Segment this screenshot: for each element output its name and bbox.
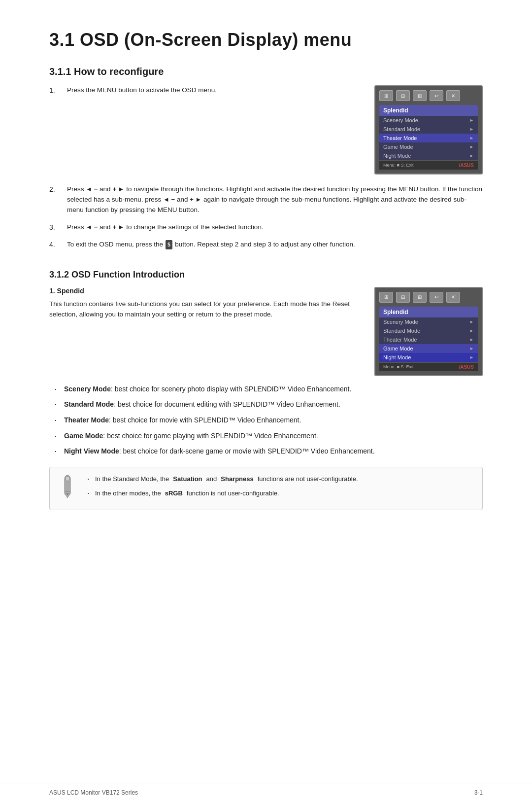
footer-right: 3-1	[474, 789, 483, 796]
step-2-text: Press ◄ − and + ► to navigate through th…	[67, 184, 483, 215]
osd-footer-1: Menu: ■ S: Exit /ASUS	[379, 161, 478, 170]
osd-menu-body-1: Splendid Scenery Mode► Standard Mode► Th…	[379, 105, 478, 160]
osd-icon-2-5: ✕	[446, 292, 460, 303]
section-312-header: 1. Spendid This function contains five s…	[49, 287, 483, 376]
section-311: 3.1.1 How to reconfigure 1. Press the ME…	[49, 66, 483, 252]
osd-item-scenery-2: Scenery Mode►	[379, 317, 478, 326]
note-item-2: In the other modes, the sRGB function is…	[85, 488, 474, 499]
main-title: 3.1 OSD (On-Screen Display) menu	[49, 30, 483, 50]
step-2: 2. Press ◄ − and + ► to navigate through…	[49, 184, 483, 217]
osd-footer-left-1: Menu: ■ S: Exit	[383, 163, 413, 168]
page-footer: ASUS LCD Monitor VB172 Series 3-1	[0, 783, 532, 802]
step-4-text: To exit the OSD menu, press the S button…	[67, 240, 483, 250]
footer-left: ASUS LCD Monitor VB172 Series	[49, 789, 138, 796]
osd-menu-body-2: Splendid Scenery Mode► Standard Mode► Th…	[379, 307, 478, 362]
osd-item-night-2: Night Mode►	[379, 353, 478, 362]
svg-point-0	[66, 476, 69, 481]
sharpness-bold: Sharpness	[221, 474, 253, 485]
mode-bullet-list: Scenery Mode: best choice for scenery ph…	[49, 384, 483, 457]
step-3-text: Press ◄ − and + ► to change the settings…	[67, 222, 483, 233]
osd-icon-2-1: ⊞	[379, 292, 393, 303]
page-container: 3.1 OSD (On-Screen Display) menu 3.1.1 H…	[0, 0, 532, 550]
osd-footer-left-2: Menu: ■ S: Exit	[383, 364, 413, 370]
step-1-num: 1.	[49, 85, 59, 98]
nav-symbol-5: ◄ −	[86, 223, 98, 231]
osd-item-game-1: Game Mode►	[379, 142, 478, 151]
steps-list-234: 2. Press ◄ − and + ► to navigate through…	[49, 184, 483, 252]
section-312-title: 3.1.2 OSD Function Introduction	[49, 270, 483, 280]
bullet-game-text: Game Mode: best choice for game playing …	[64, 431, 318, 442]
osd-menu-header-1: Splendid	[379, 105, 478, 116]
osd-menu-screenshot-2: ⊞ ⊟ ⊞ ↩ ✕ Splendid Scenery Mode► Standar…	[374, 287, 483, 376]
scenery-bold: Scenery Mode	[64, 385, 111, 393]
section-312: 3.1.2 OSD Function Introduction 1. Spend…	[49, 270, 483, 510]
osd-icon-1: ⊞	[379, 90, 393, 101]
bullet-theater: Theater Mode: best choice for movie with…	[49, 415, 483, 426]
section-312-left: 1. Spendid This function contains five s…	[49, 287, 360, 320]
osd-brand-2: /ASUS	[459, 364, 474, 370]
spendid-desc: This function contains five sub-function…	[49, 299, 360, 320]
osd-item-theater-2: Theater Mode►	[379, 335, 478, 344]
osd-item-standard-1: Standard Mode►	[379, 125, 478, 134]
standard-bold: Standard Mode	[64, 400, 114, 408]
bullet-night-text: Night View Mode: best choice for dark-sc…	[64, 446, 375, 457]
osd-footer-2: Menu: ■ S: Exit /ASUS	[379, 363, 478, 371]
step-4: 4. To exit the OSD menu, press the S but…	[49, 240, 483, 252]
night-bold: Night View Mode	[64, 447, 119, 455]
nav-symbol-2: + ►	[112, 185, 124, 193]
step-1-text: Press the MENU button to activate the OS…	[67, 85, 360, 96]
osd-item-night-1: Night Mode►	[379, 151, 478, 160]
osd-icon-4: ↩	[430, 90, 443, 101]
osd-toolbar-1: ⊞ ⊟ ⊞ ↩ ✕	[379, 90, 478, 101]
osd-icon-2-4: ↩	[430, 292, 443, 303]
step1-text: 1. Press the MENU button to activate the…	[49, 85, 360, 105]
bullet-game: Game Mode: best choice for game playing …	[49, 431, 483, 442]
note-content: In the Standard Mode, the Satuation and …	[85, 474, 474, 503]
osd-icon-2-2: ⊟	[396, 292, 410, 303]
step-3-num: 3.	[49, 222, 59, 235]
s-button: S	[166, 240, 173, 249]
step-2-num: 2.	[49, 184, 59, 217]
section-311-title: 3.1.1 How to reconfigure	[49, 66, 483, 77]
step1-with-image: 1. Press the MENU button to activate the…	[49, 85, 483, 174]
step-4-num: 4.	[49, 240, 59, 252]
osd-menu-screenshot-1: ⊞ ⊟ ⊞ ↩ ✕ Splendid Scenery Mode► Standar…	[374, 85, 483, 174]
note-item-1: In the Standard Mode, the Satuation and …	[85, 474, 474, 485]
osd-icon-5: ✕	[446, 90, 460, 101]
spendid-label: 1. Spendid	[49, 287, 360, 295]
osd-item-standard-2: Standard Mode►	[379, 326, 478, 335]
note-icon	[58, 474, 77, 503]
osd-icon-2-3: ⊞	[413, 292, 427, 303]
bullet-night: Night View Mode: best choice for dark-sc…	[49, 446, 483, 457]
osd-toolbar-2: ⊞ ⊟ ⊞ ↩ ✕	[379, 292, 478, 303]
bullet-standard: Standard Mode: best choice for document …	[49, 399, 483, 410]
theater-bold: Theater Mode	[64, 416, 109, 424]
note-box: In the Standard Mode, the Satuation and …	[49, 467, 483, 510]
nav-symbol-4: + ►	[190, 196, 201, 203]
osd-item-game-2: Game Mode►	[379, 344, 478, 353]
osd-item-scenery-1: Scenery Mode►	[379, 116, 478, 125]
bullet-theater-text: Theater Mode: best choice for movie with…	[64, 415, 301, 426]
osd-icon-3: ⊞	[413, 90, 427, 101]
osd-brand-1: /ASUS	[459, 163, 474, 168]
nav-symbol-6: + ►	[112, 223, 124, 231]
srgb-bold: sRGB	[165, 488, 183, 499]
game-bold: Game Mode	[64, 432, 103, 440]
nav-symbol-3: ◄ −	[163, 196, 175, 203]
osd-menu-header-2: Splendid	[379, 307, 478, 317]
osd-item-theater-1: Theater Mode►	[379, 134, 478, 142]
step-1: 1. Press the MENU button to activate the…	[49, 85, 360, 98]
steps-list-1: 1. Press the MENU button to activate the…	[49, 85, 360, 98]
bullet-scenery: Scenery Mode: best choice for scenery ph…	[49, 384, 483, 395]
nav-symbol-1: ◄ −	[86, 185, 98, 193]
bullet-scenery-text: Scenery Mode: best choice for scenery ph…	[64, 384, 351, 395]
bullet-standard-text: Standard Mode: best choice for document …	[64, 399, 340, 410]
osd-icon-2: ⊟	[396, 90, 410, 101]
pencil-icon	[59, 474, 76, 499]
step-3: 3. Press ◄ − and + ► to change the setti…	[49, 222, 483, 235]
satuation-bold: Satuation	[173, 474, 202, 485]
